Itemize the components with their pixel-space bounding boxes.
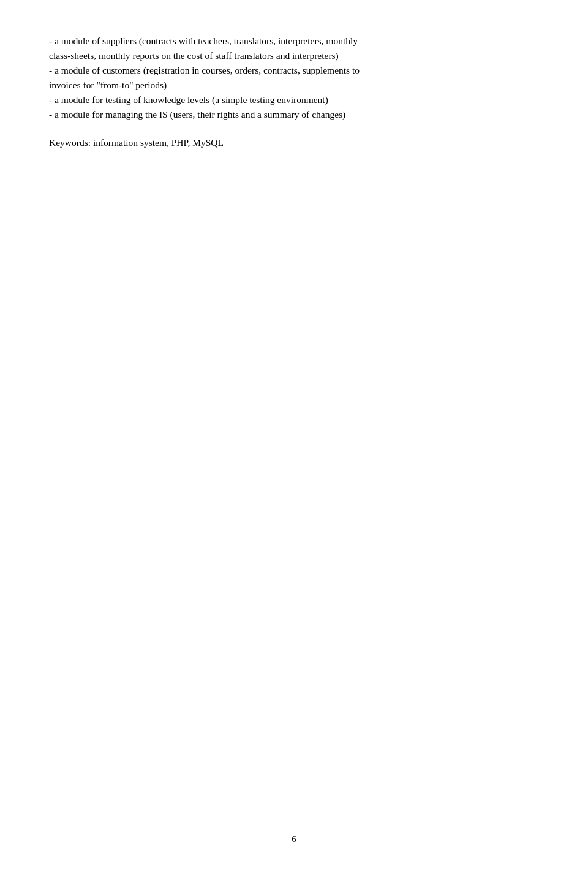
page-number: 6 — [292, 834, 296, 844]
content-line-6: - a module for managing the IS (users, t… — [49, 107, 539, 122]
content-line-4: invoices for "from-to" periods) — [49, 78, 539, 93]
content-line-3: - a module of customers (registration in… — [49, 63, 539, 78]
content-line-1: - a module of suppliers (contracts with … — [49, 34, 539, 48]
content-line-5: - a module for testing of knowledge leve… — [49, 93, 539, 107]
page: - a module of suppliers (contracts with … — [0, 0, 588, 869]
keywords-text: Keywords: information system, PHP, MySQL — [49, 135, 539, 150]
keywords-section: Keywords: information system, PHP, MySQL — [49, 135, 539, 150]
main-content: - a module of suppliers (contracts with … — [49, 34, 539, 150]
content-line-2: class-sheets, monthly reports on the cos… — [49, 48, 539, 63]
